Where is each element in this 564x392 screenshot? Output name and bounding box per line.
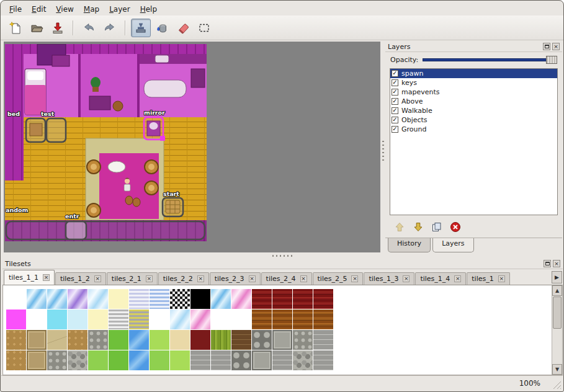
close-dock-button[interactable]: × — [552, 43, 560, 50]
tileset-tile[interactable] — [293, 350, 313, 370]
tileset-tile[interactable] — [272, 289, 292, 309]
tileset-tile[interactable] — [252, 289, 272, 309]
layer-visibility-checkbox[interactable] — [392, 126, 398, 133]
tab-history[interactable]: History — [388, 238, 431, 252]
tab-close-icon[interactable]: × — [94, 275, 101, 282]
tileset-tab-tiles_1[interactable]: tiles_1× — [467, 272, 509, 285]
menu-file[interactable]: File — [4, 4, 27, 15]
tileset-tile[interactable] — [313, 289, 333, 309]
redo-button[interactable] — [100, 19, 120, 37]
tileset-tile[interactable] — [88, 350, 108, 370]
float-dock-button[interactable] — [544, 260, 551, 267]
object-test[interactable] — [47, 118, 66, 142]
horizontal-splitter[interactable] — [2, 252, 563, 259]
opacity-slider[interactable] — [423, 55, 557, 65]
layer-row-Ground[interactable]: Ground — [390, 125, 557, 134]
tileset-tile[interactable] — [109, 330, 128, 350]
tileset-tile[interactable] — [231, 330, 251, 350]
layer-row-Walkable[interactable]: Walkable — [390, 106, 557, 115]
tileset-tile[interactable] — [211, 310, 231, 329]
vertical-splitter[interactable] — [380, 42, 385, 252]
tab-close-icon[interactable]: × — [351, 275, 358, 282]
tileset-tile[interactable] — [170, 289, 190, 309]
tileset-tile[interactable] — [88, 289, 108, 309]
tileset-tab-tiles_2_1[interactable]: tiles_2_1× — [107, 272, 158, 285]
tileset-tile[interactable] — [47, 330, 67, 350]
tileset-tile[interactable] — [231, 350, 251, 370]
tileset-tile[interactable] — [47, 310, 67, 329]
tileset-view[interactable]: ▲ ▼ — [2, 285, 563, 375]
tileset-scrollbar[interactable]: ▲ ▼ — [552, 285, 562, 375]
layer-visibility-checkbox[interactable] — [392, 89, 398, 96]
stamp-brush-button[interactable] — [131, 19, 151, 37]
tileset-tile[interactable] — [68, 330, 87, 350]
tileset-tile[interactable] — [27, 289, 47, 309]
selection-handle[interactable] — [160, 136, 165, 141]
scroll-down-button[interactable]: ▼ — [552, 364, 562, 375]
menu-layer[interactable]: Layer — [104, 4, 135, 15]
tileset-tile[interactable] — [293, 289, 313, 309]
tileset-tile[interactable] — [68, 310, 87, 329]
tileset-tile[interactable] — [27, 330, 47, 350]
tileset-tile[interactable] — [129, 289, 149, 309]
tileset-tile[interactable] — [68, 289, 87, 309]
tileset-tile[interactable] — [150, 350, 169, 370]
tileset-tile[interactable] — [190, 289, 210, 309]
save-map-button[interactable] — [48, 19, 68, 37]
tileset-tile[interactable] — [272, 330, 292, 350]
close-dock-button[interactable]: × — [553, 260, 560, 267]
tileset-tab-tiles_2_2[interactable]: tiles_2_2× — [158, 272, 209, 285]
tileset-tab-tiles_1_2[interactable]: tiles_1_2× — [55, 272, 106, 285]
rect-select-button[interactable] — [194, 19, 214, 37]
tileset-tab-tiles_1_1[interactable]: tiles_1_1× — [4, 270, 55, 285]
duplicate-layer-button[interactable] — [431, 221, 442, 234]
layer-visibility-checkbox[interactable] — [392, 79, 398, 86]
tab-close-icon[interactable]: × — [43, 274, 50, 281]
tileset-tile[interactable] — [27, 310, 47, 329]
tab-layers[interactable]: Layers — [432, 238, 473, 252]
tileset-tile[interactable] — [231, 289, 251, 309]
tileset-tile[interactable] — [6, 350, 26, 370]
tileset-tile[interactable] — [272, 310, 292, 329]
tileset-tile[interactable] — [211, 330, 231, 350]
tileset-tile[interactable] — [272, 350, 292, 370]
tileset-tile[interactable] — [47, 350, 67, 370]
layer-row-mapevents[interactable]: mapevents — [390, 87, 557, 97]
tileset-tile[interactable] — [252, 330, 272, 350]
undo-button[interactable] — [79, 19, 99, 37]
tab-close-icon[interactable]: × — [498, 275, 505, 282]
tileset-tile[interactable] — [129, 330, 149, 350]
tileset-tile[interactable] — [190, 350, 210, 370]
tab-close-icon[interactable]: × — [403, 275, 410, 282]
tileset-tile[interactable] — [190, 310, 210, 329]
tileset-tile[interactable] — [170, 330, 190, 350]
tab-close-icon[interactable]: × — [249, 275, 256, 282]
menu-help[interactable]: Help — [135, 4, 162, 15]
menu-edit[interactable]: Edit — [27, 4, 51, 15]
tileset-tile[interactable] — [313, 330, 333, 350]
tileset-tile[interactable] — [109, 350, 128, 370]
tileset-tile[interactable] — [6, 310, 26, 329]
tileset-tile[interactable] — [150, 310, 169, 329]
tileset-tile[interactable] — [109, 310, 128, 329]
tileset-tile[interactable] — [88, 310, 108, 329]
object-entrance[interactable] — [66, 221, 86, 239]
tileset-tile[interactable] — [88, 330, 108, 350]
layer-visibility-checkbox[interactable] — [392, 98, 398, 105]
tileset-tile[interactable] — [150, 330, 169, 350]
tileset-tile[interactable] — [129, 310, 149, 329]
tileset-tile[interactable] — [6, 330, 26, 350]
tileset-tile[interactable] — [252, 350, 272, 370]
object-random[interactable] — [6, 221, 205, 239]
tab-close-icon[interactable]: × — [454, 275, 461, 282]
slider-handle[interactable] — [546, 56, 557, 64]
tileset-tile[interactable] — [313, 310, 333, 329]
tileset-tile[interactable] — [47, 289, 67, 309]
tileset-tab-tiles_1_3[interactable]: tiles_1_3× — [364, 272, 414, 285]
map-canvas[interactable]: bed test mirror start entr andom — [4, 42, 380, 252]
tileset-tile[interactable] — [293, 310, 313, 329]
map-view[interactable]: bed test mirror start entr andom — [5, 44, 207, 243]
scroll-tabs-right-button[interactable]: ▶ — [552, 271, 562, 283]
tileset-tab-tiles_2_3[interactable]: tiles_2_3× — [210, 272, 261, 285]
tileset-tile[interactable] — [313, 350, 333, 370]
